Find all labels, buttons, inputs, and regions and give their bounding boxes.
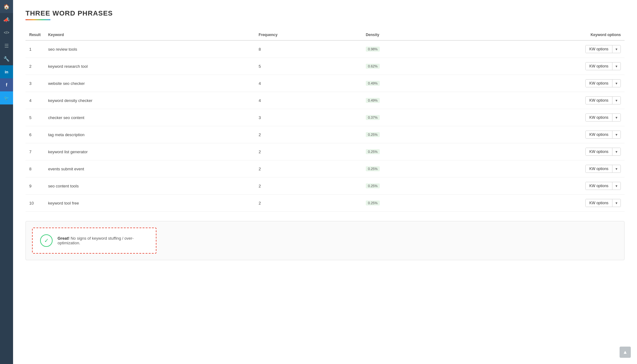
cell-result: 3 bbox=[26, 75, 44, 92]
title-underline bbox=[26, 19, 50, 20]
kw-options-button[interactable]: KW options bbox=[586, 199, 612, 207]
notice-text: Great! No signs of keyword stuffing / ov… bbox=[58, 236, 148, 245]
kw-options-group: KW options ▼ bbox=[585, 148, 621, 156]
cell-keyword: keyword tool free bbox=[44, 195, 255, 212]
kw-options-group: KW options ▼ bbox=[585, 131, 621, 139]
code-icon: </> bbox=[4, 30, 9, 35]
scroll-to-top-button[interactable]: ▲ bbox=[620, 347, 631, 358]
table-row: 3 website seo checker 4 0.49% KW options… bbox=[26, 75, 625, 92]
kw-options-button[interactable]: KW options bbox=[586, 182, 612, 190]
cell-frequency: 2 bbox=[255, 160, 362, 177]
cell-density: 0.49% bbox=[362, 92, 450, 109]
density-badge: 0.25% bbox=[366, 149, 380, 154]
cell-density: 0.25% bbox=[362, 177, 450, 195]
kw-options-dropdown-button[interactable]: ▼ bbox=[612, 97, 621, 104]
density-badge: 0.25% bbox=[366, 183, 380, 188]
cell-result: 9 bbox=[26, 177, 44, 195]
cell-keyword: keyword research tool bbox=[44, 58, 255, 75]
table-row: 9 seo content tools 2 0.25% KW options ▼ bbox=[26, 177, 625, 195]
sidebar-item-home[interactable]: 🏠 bbox=[0, 0, 13, 13]
cell-density: 0.25% bbox=[362, 195, 450, 212]
kw-options-button[interactable]: KW options bbox=[586, 114, 612, 121]
cell-keyword: checker seo content bbox=[44, 109, 255, 126]
sidebar-item-code[interactable]: </> bbox=[0, 26, 13, 39]
kw-options-button[interactable]: KW options bbox=[586, 165, 612, 173]
col-kw-options: Keyword options bbox=[449, 30, 625, 40]
page-title: THREE WORD PHRASES bbox=[26, 9, 625, 17]
kw-options-dropdown-button[interactable]: ▼ bbox=[612, 165, 621, 173]
cell-frequency: 5 bbox=[255, 58, 362, 75]
cell-kw-options: KW options ▼ bbox=[449, 58, 625, 75]
cell-kw-options: KW options ▼ bbox=[449, 40, 625, 58]
kw-options-button[interactable]: KW options bbox=[586, 45, 612, 53]
table-header: Result Keyword Frequency Density Keyword… bbox=[26, 30, 625, 40]
kw-options-group: KW options ▼ bbox=[585, 182, 621, 190]
sidebar-item-megaphone[interactable]: 📣 bbox=[0, 13, 13, 26]
table-body: 1 seo review tools 8 0.98% KW options ▼ … bbox=[26, 40, 625, 212]
cell-result: 10 bbox=[26, 195, 44, 212]
table-row: 5 checker seo content 3 0.37% KW options… bbox=[26, 109, 625, 126]
table-row: 4 keyword density checker 4 0.49% KW opt… bbox=[26, 92, 625, 109]
home-icon: 🏠 bbox=[3, 4, 10, 10]
megaphone-icon: 📣 bbox=[3, 17, 10, 23]
table-row: 1 seo review tools 8 0.98% KW options ▼ bbox=[26, 40, 625, 58]
col-frequency: Frequency bbox=[255, 30, 362, 40]
cell-frequency: 4 bbox=[255, 75, 362, 92]
sidebar-item-facebook[interactable]: f bbox=[0, 78, 13, 91]
cell-density: 0.98% bbox=[362, 40, 450, 58]
cell-density: 0.25% bbox=[362, 143, 450, 160]
kw-options-dropdown-button[interactable]: ▼ bbox=[612, 62, 621, 70]
sidebar: 🏠 📣 </> ☰ 🔧 in f 🐦 bbox=[0, 0, 13, 364]
table-row: 8 events submit event 2 0.25% KW options… bbox=[26, 160, 625, 177]
sidebar-item-linkedin[interactable]: in bbox=[0, 65, 13, 78]
kw-options-dropdown-button[interactable]: ▼ bbox=[612, 80, 621, 87]
sidebar-item-list[interactable]: ☰ bbox=[0, 39, 13, 52]
density-badge: 0.62% bbox=[366, 64, 380, 69]
facebook-icon: f bbox=[6, 82, 7, 87]
kw-options-group: KW options ▼ bbox=[585, 96, 621, 104]
cell-kw-options: KW options ▼ bbox=[449, 92, 625, 109]
cell-frequency: 2 bbox=[255, 126, 362, 143]
kw-options-button[interactable]: KW options bbox=[586, 148, 612, 155]
cell-density: 0.37% bbox=[362, 109, 450, 126]
sidebar-item-twitter[interactable]: 🐦 bbox=[0, 91, 13, 104]
cell-kw-options: KW options ▼ bbox=[449, 160, 625, 177]
cell-frequency: 8 bbox=[255, 40, 362, 58]
table-row: 2 keyword research tool 5 0.62% KW optio… bbox=[26, 58, 625, 75]
kw-options-button[interactable]: KW options bbox=[586, 97, 612, 104]
cell-frequency: 3 bbox=[255, 109, 362, 126]
kw-options-dropdown-button[interactable]: ▼ bbox=[612, 182, 621, 190]
kw-options-button[interactable]: KW options bbox=[586, 131, 612, 138]
sidebar-item-wrench[interactable]: 🔧 bbox=[0, 52, 13, 65]
cell-keyword: seo review tools bbox=[44, 40, 255, 58]
kw-options-dropdown-button[interactable]: ▼ bbox=[612, 148, 621, 155]
density-badge: 0.98% bbox=[366, 47, 380, 52]
kw-options-dropdown-button[interactable]: ▼ bbox=[612, 199, 621, 207]
kw-options-dropdown-button[interactable]: ▼ bbox=[612, 131, 621, 138]
arrow-up-icon: ▲ bbox=[623, 349, 628, 355]
kw-options-dropdown-button[interactable]: ▼ bbox=[612, 45, 621, 53]
table-row: 6 tag meta description 2 0.25% KW option… bbox=[26, 126, 625, 143]
cell-density: 0.62% bbox=[362, 58, 450, 75]
cell-frequency: 2 bbox=[255, 143, 362, 160]
cell-frequency: 2 bbox=[255, 195, 362, 212]
cell-result: 7 bbox=[26, 143, 44, 160]
list-icon: ☰ bbox=[4, 43, 9, 49]
cell-density: 0.25% bbox=[362, 126, 450, 143]
kw-options-button[interactable]: KW options bbox=[586, 80, 612, 87]
density-badge: 0.49% bbox=[366, 98, 380, 103]
cell-kw-options: KW options ▼ bbox=[449, 143, 625, 160]
cell-keyword: seo content tools bbox=[44, 177, 255, 195]
kw-options-button[interactable]: KW options bbox=[586, 62, 612, 70]
main-content: THREE WORD PHRASES Result Keyword Freque… bbox=[13, 0, 637, 364]
cell-density: 0.25% bbox=[362, 160, 450, 177]
cell-result: 4 bbox=[26, 92, 44, 109]
cell-result: 8 bbox=[26, 160, 44, 177]
cell-density: 0.49% bbox=[362, 75, 450, 92]
cell-result: 2 bbox=[26, 58, 44, 75]
kw-options-group: KW options ▼ bbox=[585, 113, 621, 122]
kw-options-dropdown-button[interactable]: ▼ bbox=[612, 114, 621, 121]
cell-kw-options: KW options ▼ bbox=[449, 195, 625, 212]
col-density: Density bbox=[362, 30, 450, 40]
bottom-notice-wrapper: ✓ Great! No signs of keyword stuffing / … bbox=[26, 221, 625, 260]
